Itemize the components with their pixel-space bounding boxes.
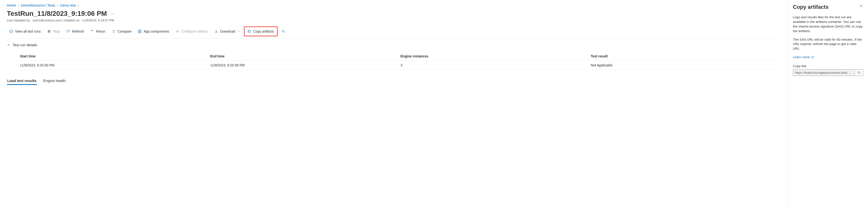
copy-icon xyxy=(247,29,251,33)
svg-rect-3 xyxy=(140,30,141,31)
panel-description-1: Logs and results files for the test run … xyxy=(793,15,863,33)
chevron-right-icon: › xyxy=(78,3,79,7)
chevron-down-icon xyxy=(237,30,240,33)
chevron-right-icon: › xyxy=(18,3,19,7)
breadcrumb-home[interactable]: Home xyxy=(7,3,16,7)
compare-icon xyxy=(112,29,116,33)
cell-start-time: 11/8/2023, 9:20:30 PM xyxy=(20,63,205,67)
more-icon[interactable]: ⋯ xyxy=(110,11,115,16)
copy-link-button[interactable] xyxy=(855,69,863,76)
rerun-icon xyxy=(90,29,94,33)
table-header-row: Start time End time Engine instances Tes… xyxy=(20,52,776,61)
svg-rect-7 xyxy=(249,31,251,33)
compare-button[interactable]: Compare xyxy=(110,28,134,35)
close-icon[interactable] xyxy=(859,4,863,8)
refresh-icon xyxy=(66,29,70,33)
breadcrumb: Home › DemoResource | Tests › Demo test … xyxy=(7,3,781,7)
copy-link-input[interactable] xyxy=(793,69,855,76)
col-start-time: Start time xyxy=(20,54,205,58)
stop-icon xyxy=(47,29,51,33)
copy-artifacts-panel: Copy artifacts Logs and results files fo… xyxy=(788,0,868,210)
col-engine-instances: Engine instances xyxy=(400,54,586,58)
notification-icon xyxy=(281,29,285,33)
toolbar: View all test runs Stop Refresh Rerun Co… xyxy=(7,27,781,38)
external-link-icon xyxy=(811,56,814,59)
cell-end-time: 11/8/2023, 9:20:36 PM xyxy=(210,63,396,67)
panel-title: Copy artifacts xyxy=(793,4,829,10)
copy-artifacts-button[interactable]: Copy artifacts xyxy=(244,27,278,36)
page-title: TestRun_11/8/2023_9:19:06 PM xyxy=(7,10,107,18)
svg-rect-5 xyxy=(140,32,141,33)
svg-rect-2 xyxy=(138,30,140,31)
col-test-result: Test result xyxy=(591,54,776,58)
results-tabs: Load test results Engine health xyxy=(7,77,781,85)
gear-icon xyxy=(176,29,179,33)
tab-load-test-results[interactable]: Load test results xyxy=(7,77,37,85)
arrow-right-circle-icon xyxy=(9,29,13,33)
copy-icon xyxy=(857,71,861,75)
rerun-button[interactable]: Rerun xyxy=(88,28,107,35)
svg-rect-1 xyxy=(48,30,50,32)
breadcrumb-resource[interactable]: DemoResource | Tests xyxy=(21,3,55,7)
learn-more-link[interactable]: Learn more xyxy=(793,55,814,59)
toolbar-overflow-button[interactable] xyxy=(279,28,288,35)
cell-engine-instances: 3 xyxy=(400,63,586,67)
cell-test-result: Not Applicable xyxy=(591,63,776,67)
download-button[interactable]: Download xyxy=(212,28,243,35)
svg-rect-4 xyxy=(138,32,140,33)
view-all-test-runs-button[interactable]: View all test runs xyxy=(7,28,43,35)
app-components-button[interactable]: App components xyxy=(135,28,172,35)
col-end-time: End time xyxy=(210,54,396,58)
panel-description-2: The SAS URL will be valid for 60 minutes… xyxy=(793,37,863,51)
stop-button: Stop xyxy=(45,28,62,35)
table-row: 11/8/2023, 9:20:30 PM 11/8/2023, 9:20:36… xyxy=(20,61,776,70)
svg-point-0 xyxy=(9,30,13,33)
download-icon xyxy=(214,29,218,33)
refresh-button[interactable]: Refresh xyxy=(64,28,86,35)
test-run-details-table: Start time End time Engine instances Tes… xyxy=(7,52,781,70)
chevron-right-icon: › xyxy=(57,3,58,7)
test-run-details-toggle[interactable]: Test run details xyxy=(7,43,781,47)
configure-metrics-button: Configure metrics xyxy=(173,28,211,35)
svg-point-6 xyxy=(177,31,178,32)
tab-engine-health[interactable]: Engine health xyxy=(43,77,66,85)
svg-rect-8 xyxy=(858,72,860,74)
breadcrumb-test[interactable]: Demo test xyxy=(60,3,76,7)
page-subtitle: Last Updated by : user1@contoso.com | In… xyxy=(7,19,781,22)
chevron-up-icon xyxy=(7,43,10,47)
copy-link-label: Copy link xyxy=(793,64,863,68)
grid-icon xyxy=(138,29,142,33)
